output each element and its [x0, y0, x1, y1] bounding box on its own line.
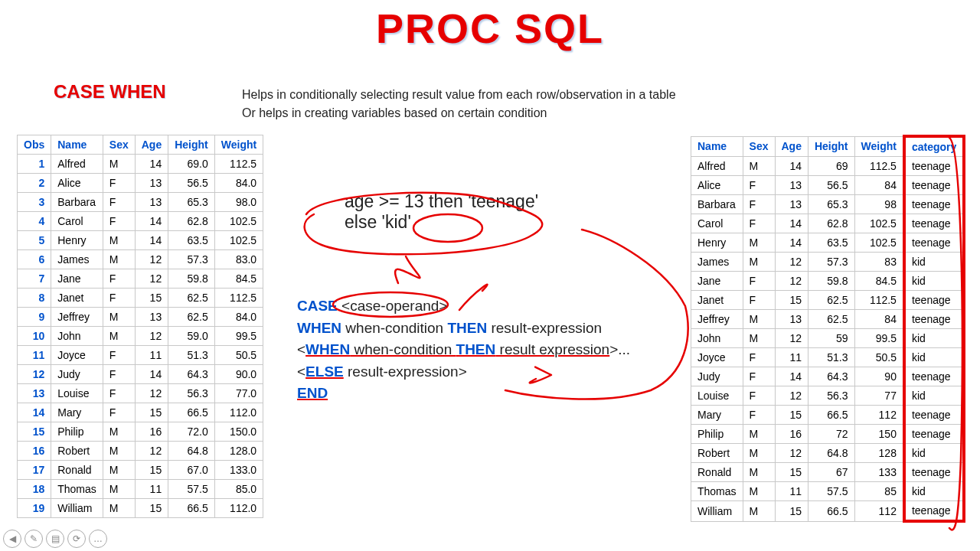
table-row: LouiseF1256.377kid — [691, 386, 965, 406]
table-row: 12JudyF1464.390.0 — [18, 365, 263, 384]
col-header: category — [904, 136, 964, 157]
logic-text: age >= 13 then 'teenage' else 'kid' — [345, 191, 538, 233]
table-row: 7JaneF1259.884.5 — [18, 269, 263, 289]
table-row: JudyF1464.390teenage — [691, 367, 965, 386]
col-header: Weight — [854, 136, 904, 157]
more-icon[interactable]: … — [89, 530, 107, 548]
table-row: 19WilliamM1566.5112.0 — [18, 499, 263, 518]
table-row: 1AlfredM1469.0112.5 — [18, 155, 263, 174]
table-row: 4CarolF1462.8102.5 — [18, 212, 263, 231]
prev-icon[interactable]: ◀ — [3, 530, 21, 548]
col-header: Age — [135, 135, 168, 155]
table-row: PhilipM1672150teenage — [691, 425, 965, 444]
gt: > — [459, 364, 467, 380]
section-subtitle: CASE WHEN — [54, 81, 166, 103]
table-row: 13LouiseF1256.377.0 — [18, 384, 263, 403]
table-row: 18ThomasM1157.585.0 — [18, 480, 263, 499]
table-row: MaryF1566.5112teenage — [691, 406, 965, 425]
else-exp: result-expression — [344, 364, 459, 380]
col-header: Name — [51, 135, 103, 155]
table-row: BarbaraF1365.398teenage — [691, 195, 965, 214]
col-header: Sex — [103, 135, 135, 155]
result-exp-opt: result expression — [495, 341, 609, 357]
table-row: 3BarbaraF1365.398.0 — [18, 193, 263, 212]
col-header: Name — [691, 136, 743, 157]
table-row: JaneF1259.884.5kid — [691, 272, 965, 291]
table-row: 16RobertM1264.8128.0 — [18, 442, 263, 461]
logic-line-1: age >= 13 then 'teenage' — [345, 191, 538, 212]
table-row: 9JeffreyM1362.584.0 — [18, 308, 263, 327]
case-syntax: CASE <case-operand> WHEN when-condition … — [297, 295, 630, 405]
col-header: Height — [168, 135, 215, 155]
table-row: 6JamesM1257.383.0 — [18, 250, 263, 269]
table-row: WilliamM1566.5112teenage — [691, 501, 965, 522]
dots: >... — [609, 341, 630, 357]
table-header-row: NameSexAgeHeightWeightcategory — [691, 136, 965, 157]
table-row: JanetF1562.5112.5teenage — [691, 291, 965, 310]
table-row: AlfredM1469112.5teenage — [691, 157, 965, 176]
logic-line-2: else 'kid' — [345, 212, 538, 233]
input-table: ObsNameSexAgeHeightWeight 1AlfredM1469.0… — [17, 135, 263, 518]
player-controls: ◀ ✎ ▤ ⟳ … — [3, 530, 107, 548]
when-cond: when-condition — [341, 320, 447, 336]
table-row: RonaldM1567133teenage — [691, 463, 965, 482]
table-row: JeffreyM1362.584teenage — [691, 310, 965, 329]
description: Helps in conditionally selecting result … — [242, 86, 676, 122]
desc-line-1: Helps in conditionally selecting result … — [242, 86, 676, 104]
table-row: 8JanetF1562.5112.5 — [18, 289, 263, 308]
kw-then: THEN — [447, 320, 487, 336]
lt2: < — [297, 364, 305, 380]
table-row: JamesM1257.383kid — [691, 253, 965, 272]
col-header: Height — [808, 136, 854, 157]
slides-icon[interactable]: ▤ — [46, 530, 64, 548]
result-exp: result-expression — [487, 320, 602, 336]
table-row: HenryM1463.5102.5teenage — [691, 233, 965, 253]
col-header: Sex — [743, 136, 775, 157]
col-header: Age — [775, 136, 808, 157]
table-row: RobertM1264.8128kid — [691, 444, 965, 463]
table-row: CarolF1462.8102.5teenage — [691, 214, 965, 233]
col-header: Weight — [214, 135, 263, 155]
output-table: NameSexAgeHeightWeightcategory AlfredM14… — [691, 135, 965, 523]
kw-when-opt: WHEN — [305, 341, 350, 357]
lt: < — [297, 341, 305, 357]
pen-icon[interactable]: ✎ — [24, 530, 43, 548]
table-row: ThomasM1157.585kid — [691, 482, 965, 501]
table-row: JoyceF1151.350.5kid — [691, 348, 965, 367]
table-row: 17RonaldM1567.0133.0 — [18, 461, 263, 480]
table-row: 5HenryM1463.5102.5 — [18, 231, 263, 250]
main-title: PROC SQL — [0, 5, 980, 52]
table-header-row: ObsNameSexAgeHeightWeight — [18, 135, 263, 155]
table-row: JohnM125999.5kid — [691, 329, 965, 348]
kw-then-opt: THEN — [456, 341, 496, 357]
kw-case: CASE — [297, 298, 338, 314]
table-row: 15PhilipM1672.0150.0 — [18, 422, 263, 442]
kw-when: WHEN — [297, 320, 341, 336]
kw-else: ELSE — [305, 364, 344, 380]
table-row: 14MaryF1566.5112.0 — [18, 403, 263, 422]
table-row: AliceF1356.584teenage — [691, 176, 965, 195]
kw-end: END — [297, 385, 328, 401]
table-row: 10JohnM1259.099.5 — [18, 327, 263, 346]
col-header: Obs — [18, 135, 51, 155]
desc-line-2: Or helps in creating variables based on … — [242, 104, 676, 122]
case-operand: <case-operand> — [338, 298, 448, 314]
table-row: 2AliceF1356.584.0 — [18, 174, 263, 193]
when-cond-opt: when-condition — [350, 341, 456, 357]
table-row: 11JoyceF1151.350.5 — [18, 346, 263, 365]
loop-icon[interactable]: ⟳ — [67, 530, 86, 548]
